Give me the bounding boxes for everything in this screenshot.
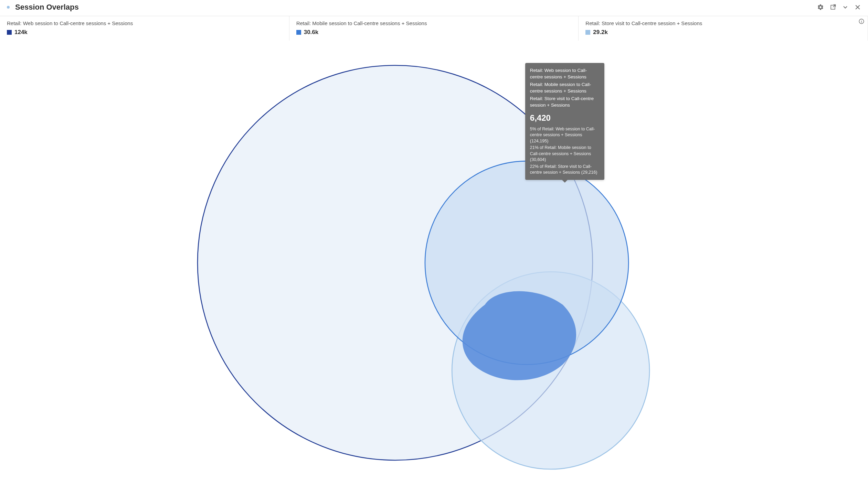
legend-value-row: 30.6k — [296, 29, 572, 36]
close-icon[interactable] — [854, 4, 861, 11]
venn-svg — [0, 41, 868, 485]
info-icon[interactable] — [858, 18, 865, 24]
color-dot — [7, 6, 10, 9]
legend-label: Retail: Web session to Call-centre sessi… — [7, 20, 282, 27]
tooltip-sub-0: 5% of Retail: Web session to Call-centre… — [530, 126, 600, 144]
tooltip-line-0: Retail: Web session to Call-centre sessi… — [530, 67, 600, 80]
legend-label: Retail: Mobile session to Call-centre se… — [296, 20, 572, 27]
legend-value: 29.2k — [593, 29, 608, 36]
panel-header: Session Overlaps — [0, 0, 868, 16]
legend-value-row: 29.2k — [585, 29, 861, 36]
legend-value: 124k — [14, 29, 28, 36]
gear-icon[interactable] — [817, 4, 824, 11]
svg-point-5 — [861, 20, 862, 21]
legend-row: Retail: Web session to Call-centre sessi… — [0, 16, 868, 41]
tooltip-line-2: Retail: Store visit to Call-centre sessi… — [530, 95, 600, 109]
tooltip-sub-1: 21% of Retail: Mobile session to Call-ce… — [530, 145, 600, 163]
legend-value-row: 124k — [7, 29, 282, 36]
legend-value: 30.6k — [304, 29, 319, 36]
legend-cell-0[interactable]: Retail: Web session to Call-centre sessi… — [0, 16, 289, 41]
legend-label: Retail: Store visit to Call-centre sessi… — [585, 20, 861, 27]
legend-swatch-2 — [585, 30, 590, 35]
panel-title: Session Overlaps — [15, 3, 817, 12]
legend-cell-1[interactable]: Retail: Mobile session to Call-centre se… — [289, 16, 579, 41]
export-icon[interactable] — [829, 4, 836, 11]
panel-actions — [817, 4, 861, 11]
tooltip-value: 6,420 — [530, 112, 600, 124]
venn-chart[interactable]: Retail: Web session to Call-centre sessi… — [0, 41, 868, 485]
chevron-down-icon[interactable] — [842, 4, 849, 11]
session-overlaps-panel: Session Overlaps Retail: Web session to … — [0, 0, 868, 485]
legend-swatch-0 — [7, 30, 12, 35]
hover-tooltip: Retail: Web session to Call-centre sessi… — [525, 63, 604, 180]
legend-swatch-1 — [296, 30, 301, 35]
tooltip-sub-2: 22% of Retail: Store visit to Call-centr… — [530, 164, 600, 176]
tooltip-line-1: Retail: Mobile session to Call-centre se… — [530, 81, 600, 95]
legend-cell-2[interactable]: Retail: Store visit to Call-centre sessi… — [579, 16, 868, 41]
